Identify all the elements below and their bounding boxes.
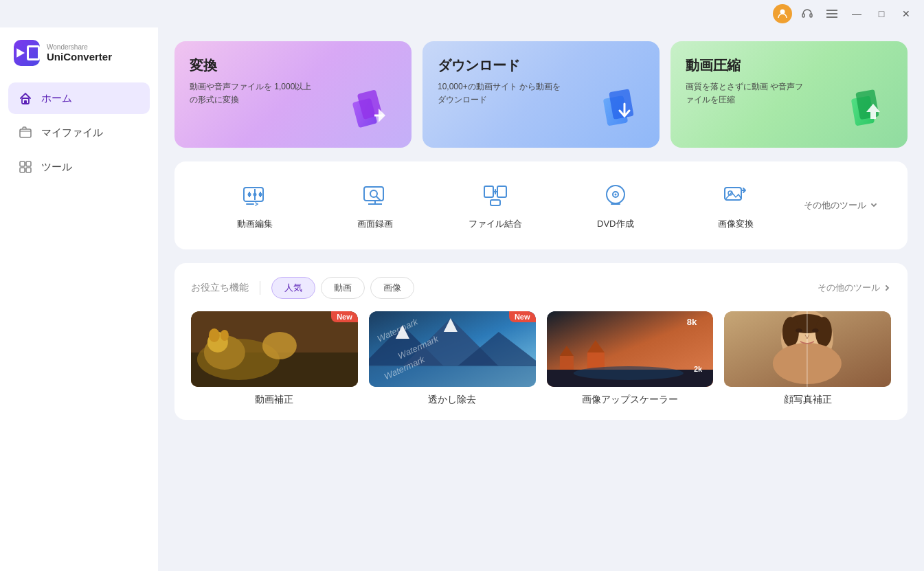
sidebar-item-myfiles[interactable]: マイファイル	[8, 117, 150, 148]
feature-cards: New	[191, 311, 891, 406]
compress-card[interactable]: 動画圧縮 画質を落とさずに動画 や音声ファイルを圧縮	[671, 41, 908, 148]
tools-row: 動画編集 画面録画	[174, 161, 908, 249]
svg-rect-12	[20, 168, 25, 172]
tools-more-link[interactable]: その他のツール	[796, 194, 887, 217]
svg-marker-6	[16, 48, 25, 57]
logo-icon	[14, 40, 40, 66]
video-fix-thumbnail: New	[191, 311, 358, 387]
watermark-label: 透かし除去	[369, 394, 536, 406]
upscale-thumbnail: 8k 2k	[547, 311, 714, 387]
sidebar-nav: ホーム マイファイル	[0, 82, 158, 571]
video-fix-label: 動画補正	[191, 394, 358, 406]
svg-point-47	[209, 328, 220, 342]
feature-section: お役立ち機能 人気 動画 画像 その他のツール	[174, 263, 908, 420]
svg-rect-1	[802, 14, 804, 17]
svg-point-45	[262, 332, 297, 359]
tool-video-edit[interactable]: 動画編集	[195, 175, 315, 236]
svg-rect-11	[26, 161, 31, 166]
section-more-link[interactable]: その他のツール	[818, 282, 891, 294]
portrait-label: 顔写真補正	[724, 394, 891, 406]
screen-rec-icon	[360, 181, 390, 211]
home-icon	[18, 91, 33, 106]
screen-rec-label: 画面録画	[357, 218, 393, 230]
menu-icon[interactable]	[822, 4, 842, 23]
brand-label: Wondershare	[47, 43, 112, 51]
tool-file-merge[interactable]: ファイル結合	[436, 175, 556, 236]
sidebar-item-home[interactable]: ホーム	[8, 82, 150, 114]
convert-title: 変換	[190, 56, 396, 75]
feat-video-fix[interactable]: New	[191, 311, 358, 406]
minimize-button[interactable]: —	[847, 4, 866, 23]
file-merge-label: ファイル結合	[469, 218, 522, 230]
svg-rect-10	[20, 161, 25, 166]
svg-rect-29	[364, 187, 383, 201]
convert-desc: 動画や音声ファイルを 1,000以上の形式に変換	[190, 80, 313, 107]
section-divider	[260, 281, 260, 295]
compress-title: 動画圧縮	[686, 56, 892, 75]
svg-point-62	[573, 366, 683, 380]
close-icon: ✕	[902, 8, 910, 19]
app-name-label: UniConverter	[47, 51, 112, 63]
tool-screen-rec[interactable]: 画面録画	[315, 175, 436, 236]
sidebar-item-tools[interactable]: ツール	[8, 151, 150, 183]
maximize-icon: □	[879, 8, 884, 19]
file-merge-icon	[480, 181, 510, 211]
maximize-button[interactable]: □	[872, 4, 891, 23]
close-button[interactable]: ✕	[897, 4, 916, 23]
tool-img-convert[interactable]: 画像変換	[675, 175, 796, 236]
video-edit-label: 動画編集	[237, 218, 273, 230]
watermark-thumbnail: New	[369, 311, 536, 387]
svg-point-25	[248, 193, 251, 197]
section-more-label: その他のツール	[818, 282, 880, 294]
svg-point-38	[614, 194, 616, 196]
home-label: ホーム	[41, 92, 72, 105]
dvd-create-icon	[600, 181, 631, 211]
download-title: ダウンロード	[438, 56, 644, 75]
feat-portrait[interactable]: 顔写真補正	[724, 311, 891, 406]
app-logo: Wondershare UniConverter	[0, 27, 158, 82]
sidebar: Wondershare UniConverter ホーム	[0, 27, 158, 571]
svg-rect-33	[484, 186, 493, 197]
dvd-create-label: DVD作成	[597, 218, 633, 230]
myfiles-icon	[18, 125, 33, 140]
myfiles-label: マイファイル	[41, 126, 103, 139]
headset-icon[interactable]	[798, 4, 817, 23]
new-badge-watermark: New	[509, 311, 536, 322]
compress-desc: 画質を落とさずに動画 や音声ファイルを圧縮	[686, 80, 809, 107]
tool-dvd-create[interactable]: DVD作成	[555, 175, 675, 236]
download-card[interactable]: ダウンロード 10,000+の動画サイト から動画をダウンロード	[422, 41, 660, 148]
svg-point-48	[221, 330, 229, 341]
video-edit-icon	[240, 181, 270, 211]
tools-more-label: その他のツール	[804, 199, 866, 212]
tab-image[interactable]: 画像	[370, 277, 414, 299]
tab-video[interactable]: 動画	[321, 277, 365, 299]
new-badge-video-fix: New	[331, 311, 358, 322]
feat-watermark[interactable]: New	[369, 311, 536, 406]
img-convert-icon	[721, 181, 751, 211]
convert-card[interactable]: 変換 動画や音声ファイルを 1,000以上の形式に変換	[174, 41, 412, 148]
svg-rect-35	[491, 200, 500, 205]
section-header: お役立ち機能 人気 動画 画像 その他のツール	[191, 277, 891, 299]
logo-text-group: Wondershare UniConverter	[47, 43, 112, 63]
2k-badge: 2k	[694, 365, 702, 373]
minimize-icon: —	[852, 8, 861, 19]
section-label: お役立ち機能	[191, 282, 249, 294]
svg-point-26	[253, 193, 257, 197]
download-card-icon	[594, 83, 649, 138]
feat-img-upscale[interactable]: 8k 2k 画像アップスケーラー	[547, 311, 714, 406]
tools-label: ツール	[41, 161, 72, 174]
svg-rect-59	[587, 352, 604, 370]
convert-card-icon	[346, 83, 401, 138]
portrait-thumbnail	[724, 311, 891, 387]
svg-rect-9	[20, 129, 31, 137]
main-content: 変換 動画や音声ファイルを 1,000以上の形式に変換	[158, 27, 924, 571]
titlebar: — □ ✕	[0, 0, 924, 27]
8k-badge: 8k	[687, 317, 697, 327]
svg-rect-13	[26, 168, 31, 172]
tab-popular[interactable]: 人気	[271, 277, 315, 299]
svg-rect-34	[497, 186, 506, 197]
tools-icon	[18, 159, 33, 175]
user-avatar-icon[interactable]	[773, 4, 792, 23]
app-layout: Wondershare UniConverter ホーム	[0, 27, 924, 571]
img-convert-label: 画像変換	[718, 218, 754, 230]
